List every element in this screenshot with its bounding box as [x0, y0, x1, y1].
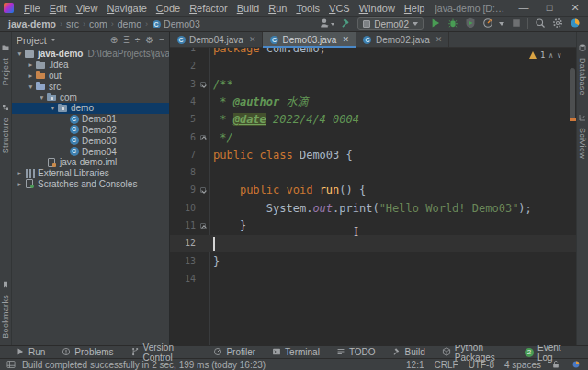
toolwindows-icon[interactable] — [6, 360, 17, 370]
run-button[interactable] — [429, 17, 441, 31]
menu-navigate[interactable]: Navigate — [102, 2, 151, 15]
toolwindow-button-todo[interactable]: TODO — [328, 346, 384, 358]
toolwindow-button-python-packages[interactable]: Python Packages — [434, 346, 525, 358]
caret-position[interactable]: 12:1 — [406, 360, 424, 370]
breadcrumb-item-src[interactable]: src — [66, 18, 79, 29]
hide-icon[interactable]: − — [159, 36, 164, 45]
line-separator[interactable]: CRLF — [435, 360, 458, 370]
tab-demo04-java[interactable]: CDemo04.java✕ — [170, 32, 263, 47]
next-warning-icon[interactable]: ∨ — [557, 51, 561, 60]
tree-row-demo02[interactable]: CDemo02 — [12, 125, 169, 136]
tree-row-demo03[interactable]: CDemo03 — [12, 135, 169, 146]
settings-gear-button[interactable] — [551, 17, 563, 31]
maximize-button[interactable]: □ — [537, 0, 562, 16]
arrow-expanded-icon[interactable]: ▾ — [48, 104, 58, 112]
close-icon[interactable]: ✕ — [342, 35, 349, 44]
unlock-icon[interactable] — [551, 360, 561, 370]
user-button[interactable] — [318, 17, 334, 31]
code-line-14[interactable]: 14 — [170, 271, 576, 288]
encoding[interactable]: UTF-8 — [469, 360, 494, 370]
menu-refactor[interactable]: Refactor — [185, 2, 232, 15]
arrow-collapsed-icon[interactable]: ▸ — [15, 180, 25, 188]
toolwindow-button-profiler[interactable]: Profiler — [205, 346, 264, 358]
menu-edit[interactable]: Edit — [45, 2, 72, 15]
arrow-expanded-icon[interactable]: ▾ — [37, 94, 47, 102]
toolwindow-button-run[interactable]: Run — [7, 346, 53, 358]
close-icon[interactable]: ✕ — [249, 35, 256, 44]
breadcrumb-item-com[interactable]: com — [89, 18, 107, 29]
toolwindow-button-problems[interactable]: Problems — [53, 346, 121, 358]
tree-row-java-demo-iml[interactable]: java-demo.iml — [12, 157, 169, 168]
prev-warning-icon[interactable]: ∧ — [548, 51, 553, 60]
indent[interactable]: 4 spaces — [504, 360, 541, 370]
code-line-9[interactable]: 9 public void run() { — [170, 182, 576, 199]
tree-row-com[interactable]: ▾com — [12, 92, 169, 103]
code-line-10[interactable]: 10 System.out.print("Hello World! Demo03… — [170, 200, 576, 218]
fold-marker-icon[interactable] — [200, 223, 206, 229]
arrow-collapsed-icon[interactable]: ▸ — [26, 72, 36, 80]
tree-row-demo04[interactable]: CDemo04 — [12, 146, 169, 157]
code-editor[interactable]: 1package com.demo;23/**4 * @author 水滴5 *… — [170, 48, 576, 345]
project-panel-title[interactable]: Project — [17, 35, 47, 46]
fold-marker-icon[interactable] — [200, 187, 206, 193]
menu-view[interactable]: View — [72, 2, 103, 15]
tree-row-src[interactable]: ▾src — [12, 81, 169, 92]
code-line-6[interactable]: 6 */ — [170, 129, 576, 147]
tree-row-demo[interactable]: ▾demo — [12, 103, 169, 114]
code-line-7[interactable]: 7public class Demo03 { — [170, 147, 576, 164]
menu-code[interactable]: Code — [152, 2, 185, 15]
arrow-collapsed-icon[interactable]: ▸ — [15, 169, 25, 177]
arrow-expanded-icon[interactable]: ▾ — [15, 50, 25, 58]
menu-help[interactable]: Help — [400, 2, 430, 15]
arrow-expanded-icon[interactable]: ▾ — [26, 83, 36, 91]
code-line-13[interactable]: 13} — [170, 253, 576, 271]
profile-avatar-button[interactable] — [569, 17, 581, 31]
stripe-button-project[interactable]: Project — [1, 32, 10, 92]
code-line-2[interactable]: 2 — [170, 58, 576, 75]
menu-window[interactable]: Window — [355, 2, 400, 15]
tab-demo02-java[interactable]: CDemo02.java✕ — [356, 32, 449, 47]
close-icon[interactable]: ✕ — [435, 35, 443, 44]
tree-row-demo01[interactable]: CDemo01 — [12, 114, 169, 125]
breadcrumb-item-demo[interactable]: demo — [118, 18, 141, 29]
code-line-5[interactable]: 5 * @date 2022/4/4 0004 — [170, 111, 576, 129]
stripe-button-database[interactable]: Database — [578, 32, 587, 102]
stripe-button-sciview[interactable]: SciView — [578, 102, 587, 165]
stripe-button-bookmarks[interactable]: Bookmarks — [1, 269, 10, 345]
debug-button[interactable] — [447, 17, 458, 31]
toolwindow-button-version-control[interactable]: Version Control — [122, 346, 206, 358]
code-line-11[interactable]: 11 } — [170, 218, 576, 235]
coverage-button[interactable] — [464, 17, 476, 31]
fold-marker-icon[interactable] — [200, 135, 206, 140]
toolwindow-button-build[interactable]: Build — [384, 346, 434, 358]
tree-row--idea[interactable]: ▸.idea — [12, 60, 169, 71]
tree-row-external-libraries[interactable]: ▸External Libraries — [12, 168, 169, 179]
minimize-button[interactable]: — — [511, 0, 537, 16]
menu-file[interactable]: File — [19, 2, 45, 15]
code-line-4[interactable]: 4 * @author 水滴 — [170, 94, 576, 111]
breadcrumb-item-java-demo[interactable]: java-demo — [8, 18, 56, 29]
code-line-3[interactable]: 3/** — [170, 76, 576, 94]
fold-marker-icon[interactable] — [200, 82, 206, 87]
expand-all-icon[interactable]: ÷ — [135, 36, 141, 45]
tree-row-java-demo[interactable]: ▾java-demoD:\IdeaProjects\java-demo — [12, 49, 169, 60]
tree-row-out[interactable]: ▸out — [12, 71, 169, 82]
toolwindow-button-terminal[interactable]: Terminal — [264, 346, 328, 358]
run-configuration-combo[interactable]: Demo02 — [357, 17, 424, 30]
menu-vcs[interactable]: VCS — [324, 2, 355, 15]
chevron-down-icon[interactable] — [51, 39, 56, 41]
dropdown-chevron-icon[interactable] — [499, 22, 504, 26]
ide-config-icon[interactable] — [571, 360, 582, 370]
error-stripe-mark[interactable] — [570, 118, 576, 121]
stripe-button-structure[interactable]: Structure — [1, 92, 10, 160]
code-line-8[interactable]: 8 — [170, 164, 576, 182]
close-button[interactable]: ✕ — [562, 0, 588, 16]
search-button[interactable] — [534, 17, 546, 31]
editor-scrollbar[interactable] — [570, 68, 575, 121]
arrow-collapsed-icon[interactable]: ▸ — [26, 61, 36, 69]
tree-row-scratches-and-consoles[interactable]: ▸Scratches and Consoles — [12, 179, 169, 190]
locate-icon[interactable]: ⊕ — [110, 36, 118, 45]
menu-run[interactable]: Run — [264, 2, 291, 15]
breadcrumb-item-demo03[interactable]: CDemo03 — [152, 18, 200, 29]
tab-demo03-java[interactable]: CDemo03.java✕ — [263, 32, 356, 47]
